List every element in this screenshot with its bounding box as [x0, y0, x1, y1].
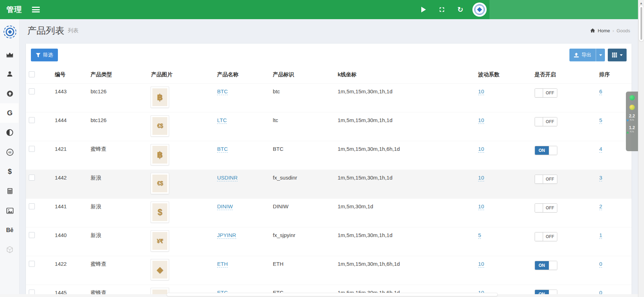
sidebar-item-cube[interactable] — [0, 240, 20, 259]
sort-link[interactable]: 3 — [599, 175, 602, 181]
dollar-coin-image[interactable]: $ — [151, 202, 169, 222]
sidebar-item-user[interactable] — [0, 64, 20, 84]
row-checkbox[interactable] — [29, 117, 35, 123]
table-row: 1422蜜蜂查◆ETHETH1m,5m,15m,30m,1h,6h,1d10ON… — [26, 256, 632, 285]
enable-toggle[interactable]: OFF — [535, 203, 557, 213]
column-header-4: 产品标识 — [270, 66, 335, 84]
enable-toggle[interactable]: ON — [535, 146, 557, 155]
coefficient-link[interactable]: 10 — [478, 88, 484, 95]
select-all-checkbox[interactable] — [29, 71, 35, 77]
main-content: 产品列表 列表 Home › Goods 筛选 导出 — [20, 19, 638, 297]
enable-toggle[interactable]: OFF — [535, 175, 557, 184]
menu-toggle-icon[interactable] — [32, 7, 40, 12]
enable-toggle[interactable]: OFF — [535, 88, 557, 98]
profile-logo-icon[interactable] — [472, 2, 487, 17]
sidebar-item-logo[interactable] — [0, 19, 20, 45]
product-name-link[interactable]: USDINR — [217, 175, 238, 181]
cell-kline: 1m,5m,15m,30m,1h,1d — [335, 112, 476, 141]
enable-toggle[interactable]: OFF — [535, 117, 557, 126]
cell-product-code: btc — [270, 84, 335, 112]
coefficient-link[interactable]: 10 — [478, 146, 484, 153]
coefficient-link[interactable]: 10 — [478, 117, 484, 124]
bitcoin-coin-image[interactable]: ฿ — [151, 144, 169, 165]
horizontal-scrollbar[interactable] — [0, 294, 638, 297]
column-header-5: k线坐标 — [335, 66, 476, 84]
cell-kline: 1m,5m,15m,30m,1h,1d — [335, 227, 476, 256]
fullscreen-icon[interactable] — [433, 0, 451, 19]
sidebar-item-behance[interactable]: Bē — [0, 220, 20, 240]
cell-kline: 1m,5m,15m,30m,1h,6h,1d — [335, 141, 476, 170]
table-row: 1440新浪¥₹JPYINRfx_sjpyinr1m,5m,15m,30m,1h… — [26, 227, 632, 256]
cell-product-type: 蜜蜂查 — [88, 141, 148, 170]
sidebar-item-calculator[interactable] — [0, 181, 20, 201]
yen-rupee-image[interactable]: ¥₹ — [151, 231, 169, 251]
enable-toggle[interactable]: OFF — [535, 232, 557, 241]
sidebar-item-creative-commons[interactable]: cc — [0, 142, 20, 162]
vertical-scroll-thumb[interactable] — [639, 6, 644, 41]
sidebar-item-dollar[interactable]: $ — [0, 162, 20, 181]
row-checkbox[interactable] — [29, 175, 35, 181]
cell-product-type: btc126 — [88, 84, 148, 112]
row-checkbox[interactable] — [29, 146, 35, 152]
horizontal-scroll-thumb[interactable] — [167, 293, 497, 296]
bitcoin-coin-image[interactable]: ฿ — [151, 87, 169, 108]
coefficient-link[interactable]: 5 — [478, 232, 481, 239]
product-name-link[interactable]: BTC — [217, 88, 228, 95]
product-name-link[interactable]: JPYINR — [217, 232, 236, 239]
area-chart-icon — [6, 51, 13, 58]
product-name-link[interactable]: ETH — [217, 261, 228, 268]
euro-dollar-image[interactable]: €$ — [151, 173, 169, 194]
vertical-scrollbar[interactable]: ▲ — [638, 0, 644, 297]
cell-product-id: 1422 — [52, 256, 88, 285]
speed-reading-1: 2.2K/s — [629, 114, 635, 122]
product-name-link[interactable]: BTC — [217, 146, 228, 153]
sort-link[interactable]: 0 — [599, 261, 602, 268]
page-subtitle: 列表 — [68, 27, 79, 34]
breadcrumb-current: Goods — [617, 28, 630, 33]
row-checkbox[interactable] — [29, 232, 35, 238]
row-checkbox[interactable] — [29, 261, 35, 267]
filter-button[interactable]: 筛选 — [31, 49, 58, 61]
column-header-1: 产品类型 — [88, 66, 148, 84]
sidebar-item-image[interactable] — [0, 201, 20, 220]
coefficient-link[interactable]: 10 — [478, 261, 484, 268]
export-button[interactable]: 导出 — [569, 49, 596, 61]
cell-product-id: 1421 — [52, 141, 88, 170]
columns-button[interactable] — [608, 49, 627, 61]
sort-link[interactable]: 5 — [599, 117, 602, 124]
sidebar-item-area-chart[interactable] — [0, 45, 20, 64]
table-row: 1444btc126€$LTCltc1m,5m,15m,30m,1h,1d10O… — [26, 112, 632, 141]
export-dropdown-caret[interactable] — [596, 49, 605, 61]
sidebar-item-google-g[interactable]: G — [0, 103, 20, 123]
play-icon[interactable] — [414, 0, 433, 19]
ethereum-image[interactable]: ◆ — [151, 259, 169, 280]
row-checkbox[interactable] — [29, 203, 35, 209]
coefficient-link[interactable]: 10 — [478, 175, 484, 181]
cell-product-code: fx_sjpyinr — [270, 227, 335, 256]
user-icon — [6, 71, 13, 77]
sort-link[interactable]: 1 — [599, 232, 602, 239]
coefficient-link[interactable]: 10 — [478, 203, 484, 210]
scroll-up-arrow-icon[interactable]: ▲ — [638, 0, 644, 5]
cell-product-type: 蜜蜂查 — [88, 256, 148, 285]
cell-product-code: fx_susdinr — [270, 170, 335, 199]
sidebar-item-contrast[interactable] — [0, 123, 20, 142]
sidebar-item-circle-arrow-up[interactable] — [0, 84, 20, 103]
circle-arrow-up-icon — [6, 90, 13, 97]
calculator-icon — [7, 188, 13, 194]
table-row: 1421蜜蜂查฿BTCBTC1m,5m,15m,30m,1h,6h,1d10ON… — [26, 141, 632, 170]
row-checkbox[interactable] — [29, 88, 35, 94]
download-arrow-icon — [626, 120, 629, 122]
product-name-link[interactable]: DINIW — [217, 203, 233, 210]
sort-link[interactable]: 6 — [599, 88, 602, 95]
refresh-icon[interactable]: ↻ — [451, 0, 470, 19]
breadcrumb-home-link[interactable]: Home — [598, 28, 610, 33]
euro-dollar-image[interactable]: €$ — [151, 116, 169, 136]
page-header: 产品列表 列表 Home › Goods — [20, 19, 638, 42]
enable-toggle[interactable]: ON — [535, 261, 557, 270]
home-icon — [590, 28, 595, 33]
sort-link[interactable]: 2 — [599, 203, 602, 210]
product-name-link[interactable]: LTC — [217, 117, 227, 124]
sort-link[interactable]: 4 — [599, 146, 602, 153]
network-speed-widget[interactable]: 2.2K/s 1.2K/s — [626, 92, 638, 151]
